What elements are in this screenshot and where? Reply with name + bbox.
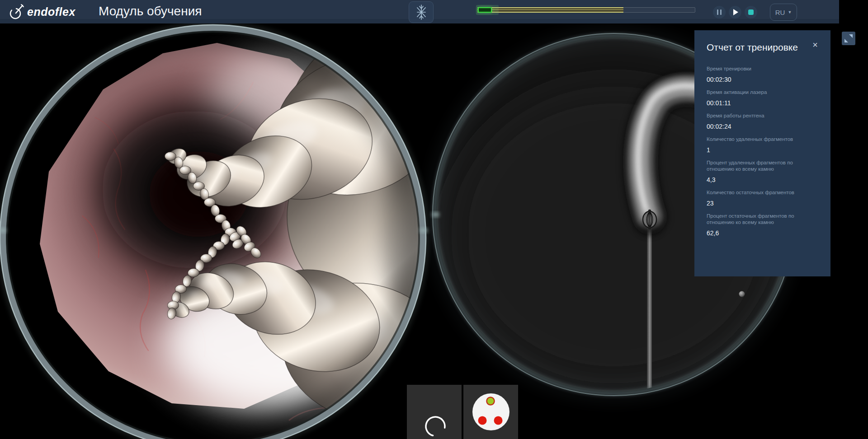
rotation-arc bbox=[424, 415, 447, 438]
page-title: Модуль обучения bbox=[99, 4, 202, 19]
scope-channels-panel bbox=[463, 385, 518, 439]
report-item: Процент удаленных фрагментов по отношени… bbox=[707, 159, 819, 183]
report-item-value: 4,3 bbox=[707, 176, 819, 183]
report-item-value: 62,6 bbox=[707, 229, 819, 237]
report-item: Количество остаточных фрагментов 23 bbox=[707, 189, 819, 207]
pause-icon bbox=[717, 9, 722, 15]
report-item: Количество удаленных фрагментов 1 bbox=[707, 136, 819, 154]
chevron-down-icon: ▼ bbox=[788, 10, 792, 14]
scope-rotation-panel bbox=[407, 385, 462, 439]
laser-tool-button[interactable] bbox=[409, 1, 434, 23]
session-progress-bar bbox=[477, 7, 695, 13]
play-icon bbox=[733, 9, 738, 15]
report-items: Время тренировки 00:02:30 Время активаци… bbox=[707, 65, 819, 237]
report-item-label: Время работы рентгена bbox=[707, 112, 819, 119]
stop-button[interactable] bbox=[745, 6, 757, 19]
report-item-value: 00:01:11 bbox=[707, 99, 819, 107]
close-icon[interactable]: × bbox=[811, 39, 819, 50]
laser-time-segment bbox=[478, 7, 492, 13]
report-item-label: Время тренировки bbox=[707, 65, 819, 72]
report-item: Время тренировки 00:02:30 bbox=[707, 65, 819, 83]
report-item-label: Время активации лазера bbox=[707, 89, 819, 95]
training-report-panel: Отчет от тренировке × Время тренировки 0… bbox=[694, 30, 830, 276]
report-item-label: Процент удаленных фрагментов по отношени… bbox=[707, 159, 819, 172]
report-item-value: 00:02:30 bbox=[707, 76, 819, 83]
logo: endoflex bbox=[8, 3, 75, 20]
stone-fragment bbox=[739, 291, 745, 297]
report-item-value: 1 bbox=[707, 146, 819, 154]
laser-channel-dot bbox=[487, 397, 495, 405]
language-selector[interactable]: RU ▼ bbox=[770, 4, 797, 21]
channel-dot-right bbox=[494, 416, 503, 425]
guidewire bbox=[647, 224, 652, 390]
report-item-value: 23 bbox=[707, 200, 819, 207]
training-module-screen: Отчет от тренировке × Время тренировки 0… bbox=[0, 0, 868, 439]
report-item: Процент остаточных фрагментов по отношен… bbox=[707, 213, 819, 237]
endoflex-scope-icon bbox=[8, 3, 24, 20]
report-item-value: 00:02:24 bbox=[707, 123, 819, 130]
channel-dot-left bbox=[478, 416, 487, 425]
stop-icon bbox=[748, 9, 754, 15]
xray-time-segment bbox=[477, 7, 623, 13]
pause-button[interactable] bbox=[713, 6, 726, 19]
play-button[interactable] bbox=[729, 6, 741, 19]
logo-text: endoflex bbox=[27, 5, 75, 19]
expand-diagonal-icon bbox=[842, 32, 855, 45]
report-item-label: Количество остаточных фрагментов bbox=[707, 189, 819, 196]
report-item: Время активации лазера 00:01:11 bbox=[707, 89, 819, 107]
laser-star-icon bbox=[414, 4, 429, 20]
language-value: RU bbox=[775, 9, 785, 16]
report-item-label: Количество удаленных фрагментов bbox=[707, 136, 819, 142]
expand-fullscreen-button[interactable] bbox=[842, 32, 855, 45]
report-item: Время работы рентгена 00:02:24 bbox=[707, 112, 819, 130]
report-title: Отчет от тренировке bbox=[707, 42, 798, 53]
top-bar: endoflex Модуль обучения bbox=[0, 0, 839, 23]
report-item-label: Процент остаточных фрагментов по отношен… bbox=[707, 213, 819, 225]
